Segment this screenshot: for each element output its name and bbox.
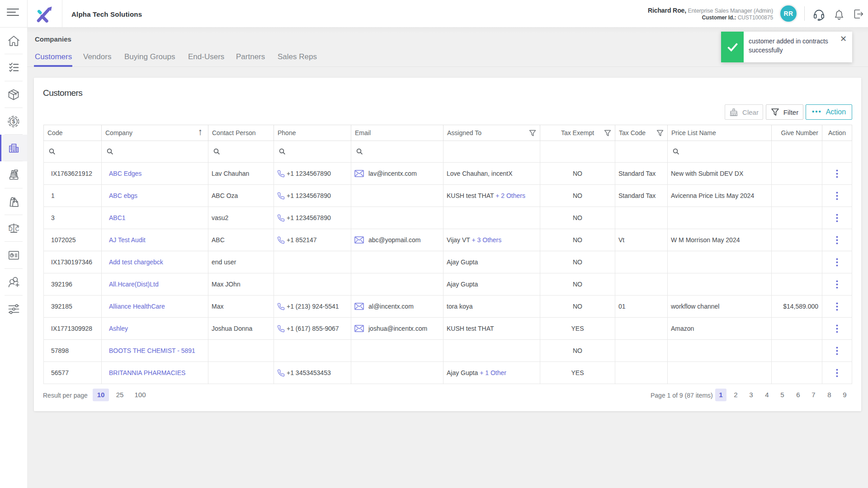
svg-text:C: C xyxy=(15,226,19,233)
svg-text:$: $ xyxy=(12,118,15,125)
svg-text:D: D xyxy=(8,226,12,233)
